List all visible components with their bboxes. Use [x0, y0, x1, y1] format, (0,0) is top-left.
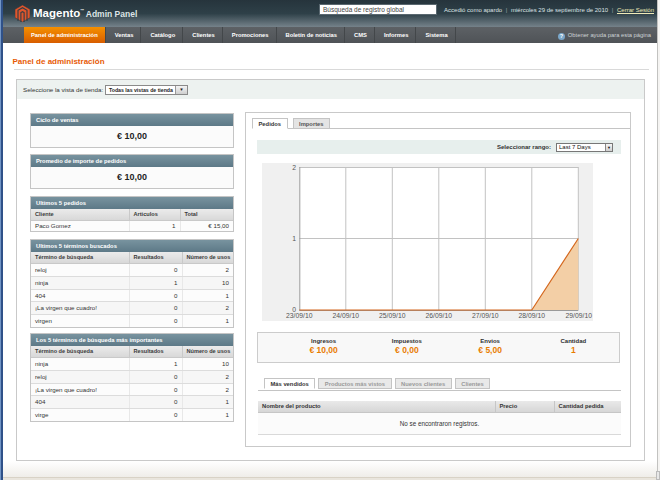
svg-text:26/09/10: 26/09/10 [426, 312, 453, 319]
svg-text:1: 1 [292, 235, 296, 242]
svg-text:28/09/10: 28/09/10 [519, 312, 546, 319]
svg-text:29/09/10: 29/09/10 [566, 312, 593, 319]
svg-text:2: 2 [292, 164, 296, 171]
svg-text:25/09/10: 25/09/10 [379, 312, 406, 319]
svg-text:27/09/10: 27/09/10 [472, 312, 499, 319]
svg-text:23/09/10: 23/09/10 [286, 312, 313, 319]
svg-text:24/09/10: 24/09/10 [333, 312, 360, 319]
